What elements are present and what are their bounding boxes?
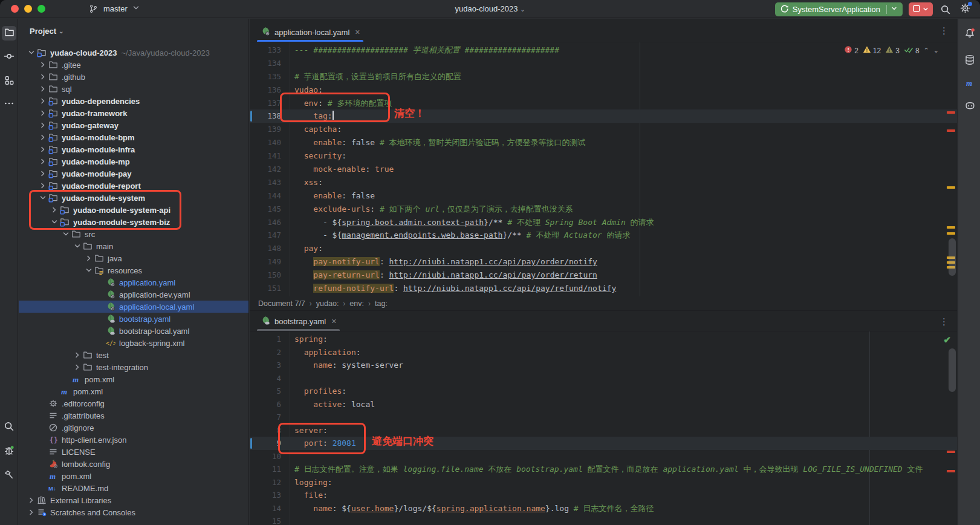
tree-item-yudao-module-system[interactable]: yudao-module-system [19,192,248,204]
no-problems-check-icon[interactable]: ✔ [943,334,951,345]
tree-item-pom.xml[interactable]: mpom.xml [19,373,248,385]
zoom-window-button[interactable] [37,5,45,13]
code-line-10[interactable]: 10 [250,450,957,463]
line-number[interactable]: 133 [250,44,281,57]
stop-button[interactable] [909,2,933,16]
next-problem-button[interactable]: ⌄ [933,47,939,54]
code-line-3[interactable]: 3 name: system-server [250,359,957,372]
line-number[interactable]: 2 [250,346,281,359]
tree-item-.gitattributes[interactable]: .gitattributes [19,409,248,422]
code-line-12[interactable]: 12logging: [250,476,957,489]
line-number[interactable]: 150 [250,269,281,282]
tab-application-local-yaml[interactable]: application-local.yaml × [255,22,366,42]
code-line-144[interactable]: 144 enable: false [250,189,957,203]
code-line-1[interactable]: 1spring: [250,333,957,346]
tree-item-yudao-module-infra[interactable]: yudao-module-infra [19,143,248,155]
top-editor-code[interactable]: 133--- #################### 芋道相关配置 #####… [250,42,957,296]
code-line-140[interactable]: 140 enable: false # 本地环境，暂时关闭图片验证码，方便登录等… [250,136,957,149]
tree-item-logback-spring.xml[interactable]: </>logback-spring.xml [19,337,248,349]
chevron-right-icon[interactable] [37,72,48,82]
code-line-134[interactable]: 134 [250,57,957,70]
chevron-down-icon[interactable] [26,48,36,57]
line-number[interactable]: 142 [250,163,281,176]
code-line-4[interactable]: 4 [250,372,957,385]
tree-item-yudao-module-system-api[interactable]: yudao-module-system-api [19,204,248,216]
tree-item-application-local.yaml[interactable]: application-local.yaml [19,301,248,313]
tree-item-yudao-cloud-2023[interactable]: yudao-cloud-2023~/Java/yudao-cloud-2023 [19,47,248,59]
line-number[interactable]: 146 [250,216,281,229]
code-line-135[interactable]: 135# 芋道配置项，设置当前项目所有自定义的配置 [250,70,957,83]
chevron-right-icon[interactable] [37,145,48,154]
chevron-down-icon[interactable] [891,5,898,14]
editor-options-kebab[interactable]: ⋮ [939,319,949,322]
chevron-right-icon[interactable] [83,253,94,263]
project-panel-header[interactable]: Project ⌄ [19,19,248,43]
line-number[interactable]: 134 [250,57,281,70]
chevron-right-icon[interactable] [37,132,48,142]
code-line-15[interactable]: 15 [250,515,957,525]
tree-item-pom.xml[interactable]: mpom.xml [19,385,248,397]
close-window-button[interactable] [11,5,19,13]
line-number[interactable]: 6 [250,398,281,411]
tree-item-test-integration[interactable]: test-integration [19,361,248,373]
code-line-145[interactable]: 145 exclude-urls: # 如下两个 url，仅仅是为了演示，去掉配… [250,203,957,216]
line-number[interactable]: 10 [250,450,281,463]
code-line-14[interactable]: 14 name: ${user.home}/logs/${spring.appl… [250,502,957,515]
error-stripe-mark[interactable] [947,129,955,132]
tree-item-yudao-dependencies[interactable]: yudao-dependencies [19,95,248,107]
breadcrumb-item[interactable]: tag: [375,299,388,308]
line-number[interactable]: 137 [250,97,281,110]
error-stripe-mark[interactable] [947,111,955,114]
code-line-151[interactable]: 151 refund-notify-url: http://niubi.nata… [250,282,957,295]
code-line-9[interactable]: 9 port: 28081 [250,437,957,450]
code-line-6[interactable]: 6 active: local [250,398,957,411]
chevron-down-icon[interactable] [49,217,59,227]
breadcrumb-item[interactable]: Document 7/7 [258,299,305,308]
tree-item-.editorconfig[interactable]: .editorconfig [19,397,248,409]
tree-item-yudao-module-system-biz[interactable]: yudao-module-system-biz [19,216,248,228]
warning-stripe-mark[interactable] [947,226,955,229]
chevron-right-icon[interactable] [37,181,48,191]
line-number[interactable]: 11 [250,463,281,476]
chevron-right-icon[interactable] [37,96,48,106]
chevron-right-icon[interactable] [26,495,36,505]
breadcrumb-item[interactable]: yudao: [316,299,339,308]
line-number[interactable]: 143 [250,176,281,189]
tree-item-src[interactable]: src [19,228,248,240]
chevron-down-icon[interactable] [72,241,82,251]
chevron-right-icon[interactable] [49,205,59,215]
chevron-down-icon[interactable] [60,229,71,239]
tree-item-pom.xml[interactable]: mpom.xml [19,470,248,482]
structure-tool-button[interactable] [2,74,16,89]
line-number[interactable]: 8 [250,424,281,437]
line-number[interactable]: 12 [250,476,281,489]
line-number[interactable]: 151 [250,282,281,295]
code-line-141[interactable]: 141 security: [250,149,957,163]
database-tool-button[interactable] [962,54,977,68]
line-number[interactable]: 148 [250,242,281,255]
line-number[interactable]: 147 [250,229,281,242]
line-number[interactable]: 15 [250,515,281,525]
code-line-13[interactable]: 13 file: [250,489,957,502]
code-line-5[interactable]: 5 profiles: [250,385,957,398]
scrollbar-thumb[interactable] [949,348,956,392]
git-branch-widget[interactable]: master [86,2,141,16]
warning-stripe-mark[interactable] [947,186,955,189]
tree-item-.github[interactable]: .github [19,71,248,83]
error-stripe-mark[interactable] [947,470,955,472]
error-count[interactable]: 2 [844,45,858,56]
warning-stripe-mark[interactable] [947,232,955,235]
tree-item-yudao-module-report[interactable]: yudao-module-report [19,180,248,192]
scrollbar-thumb[interactable] [949,238,956,276]
tree-item-bootstrap-local.yaml[interactable]: bootstrap-local.yaml [19,325,248,337]
code-line-136[interactable]: 136yudao: [250,83,957,97]
warning-count[interactable]: 12 [863,45,881,56]
breadcrumb-item[interactable]: env: [349,299,364,308]
code-line-139[interactable]: 139 captcha: [250,123,957,136]
settings-button[interactable] [958,3,972,16]
tree-item-yudao-module-pay[interactable]: yudao-module-pay [19,168,248,180]
project-tool-button[interactable] [2,26,16,41]
code-line-2[interactable]: 2 application: [250,346,957,359]
tree-item-yudao-module-bpm[interactable]: yudao-module-bpm [19,131,248,143]
tree-item-license[interactable]: LICENSE [19,446,248,458]
